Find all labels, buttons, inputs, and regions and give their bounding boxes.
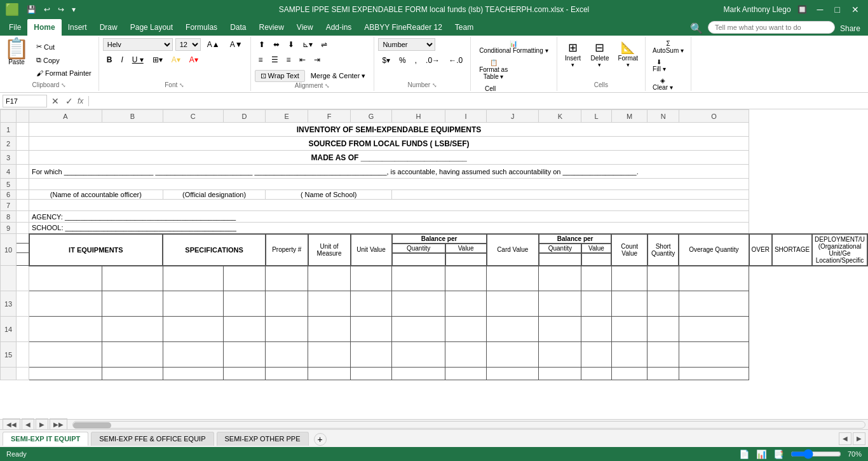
fill-color-button[interactable]: A▾ xyxy=(168,53,184,66)
align-left-button[interactable]: ≡ xyxy=(255,53,267,66)
undo-button[interactable]: ↩ xyxy=(41,4,53,15)
cell-balance-val[interactable]: Value xyxy=(445,244,487,253)
font-size-select[interactable]: 12 10 11 14 xyxy=(175,38,201,51)
increase-decimal-button[interactable]: .0→ xyxy=(422,54,444,67)
cell-property-num[interactable]: Property # xyxy=(266,234,308,266)
cell-15b-f[interactable] xyxy=(308,368,351,380)
cell-d1-f[interactable] xyxy=(308,266,351,291)
col-header-empty[interactable] xyxy=(17,110,29,123)
cell-15b-d[interactable] xyxy=(223,368,266,380)
cell-12-empty2[interactable] xyxy=(392,253,445,266)
cell-15b-n[interactable] xyxy=(648,368,679,380)
wrap-text-button[interactable]: ⇌ xyxy=(317,38,331,51)
cell-15-c[interactable] xyxy=(163,342,223,368)
percent-button[interactable]: % xyxy=(395,54,410,67)
align-bottom-button[interactable]: ⬇ xyxy=(284,38,298,51)
cell-15b-b[interactable] xyxy=(102,368,163,380)
cell-15-j[interactable] xyxy=(487,342,539,368)
cell-1-title[interactable]: INVENTORY OF SEMI-EXPENDABLE EQUIPMENTS xyxy=(29,123,749,137)
font-expand-icon[interactable]: ⤡ xyxy=(179,82,184,88)
fill-button[interactable]: ⬇ Fill ▾ xyxy=(649,57,669,74)
col-header-M[interactable]: M xyxy=(611,110,648,123)
wrap-text-toggle[interactable]: ⊡ Wrap Text xyxy=(255,70,305,82)
cell-11-empty[interactable] xyxy=(17,244,29,253)
cell-14-c[interactable] xyxy=(163,317,223,342)
cell-1-empty[interactable] xyxy=(17,123,29,137)
cell-15b-a[interactable] xyxy=(29,368,102,380)
cell-9-school[interactable]: SCHOOL: ________________________________… xyxy=(29,223,749,234)
row-num-15[interactable]: 15 xyxy=(1,342,17,368)
sheet-nav-right-button[interactable]: ▶ xyxy=(36,418,48,430)
col-header-C[interactable]: C xyxy=(163,110,223,123)
cell-2-title[interactable]: SOURCED FROM LOCAL FUNDS ( LSB/SEF) xyxy=(29,137,749,151)
bold-button[interactable]: B xyxy=(103,53,116,66)
cell-12-empty4[interactable] xyxy=(539,253,581,266)
cell-13-n[interactable] xyxy=(648,291,679,317)
tab-review[interactable]: Review xyxy=(252,19,290,36)
cell-d1-g[interactable] xyxy=(351,266,392,291)
col-header-G[interactable]: G xyxy=(351,110,392,123)
cell-d1-b[interactable] xyxy=(102,266,163,291)
cell-15-d[interactable] xyxy=(223,342,266,368)
cell-overage[interactable]: Overage Quantity xyxy=(679,234,749,266)
cell-15b-l[interactable] xyxy=(581,368,612,380)
row-num-13[interactable]: 13 xyxy=(1,291,17,317)
decrease-font-size-button[interactable]: A▼ xyxy=(226,38,247,51)
normal-view-button[interactable]: 📄 xyxy=(739,450,750,459)
autosum-button[interactable]: Σ AutoSum ▾ xyxy=(649,38,687,56)
col-header-A[interactable]: A xyxy=(29,110,102,123)
cell-14-a[interactable] xyxy=(29,317,102,342)
cell-13-h[interactable] xyxy=(392,291,445,317)
cell-14-i[interactable] xyxy=(445,317,487,342)
alignment-expand-icon[interactable]: ⤡ xyxy=(325,83,330,89)
cell-d1-n[interactable] xyxy=(648,266,679,291)
cell-15b-e[interactable] xyxy=(266,368,308,380)
font-color-button[interactable]: A▾ xyxy=(186,53,202,66)
row-num-14[interactable]: 14 xyxy=(1,317,17,342)
cell-15-l[interactable] xyxy=(581,342,612,368)
cell-2-empty[interactable] xyxy=(17,137,29,151)
cell-unit-measure[interactable]: Unit of Measure xyxy=(308,234,351,266)
cell-5-empty2[interactable] xyxy=(29,179,749,190)
cell-d1-o[interactable] xyxy=(679,266,749,291)
close-button[interactable]: ✕ xyxy=(848,3,863,16)
sheet-tab-ffe[interactable]: SEMI-EXP FFE & OFFICE EQUIP xyxy=(91,432,214,446)
cell-6-school[interactable]: ( Name of School) xyxy=(266,190,392,200)
cell-15b-c[interactable] xyxy=(163,368,223,380)
cell-balance2-qty[interactable]: Quantity xyxy=(539,244,581,253)
accounting-button[interactable]: $▾ xyxy=(378,54,394,67)
cell-15-g[interactable] xyxy=(351,342,392,368)
col-header-I[interactable]: I xyxy=(445,110,487,123)
cell-13-m[interactable] xyxy=(611,291,648,317)
row-num-15b[interactable] xyxy=(1,368,17,380)
cell-unit-value[interactable]: Unit Value xyxy=(351,234,392,266)
cell-d1-h[interactable] xyxy=(392,266,445,291)
row-num-6[interactable]: 6 xyxy=(1,190,17,200)
cell-d1-empty[interactable] xyxy=(17,266,29,291)
delete-button[interactable]: ⊟ Delete ▾ xyxy=(588,38,613,71)
cell-14-empty[interactable] xyxy=(17,317,29,342)
cell-15-o[interactable] xyxy=(679,342,749,368)
cell-14-b[interactable] xyxy=(102,317,163,342)
tab-draw[interactable]: Draw xyxy=(93,19,124,36)
cell-over[interactable]: OVER xyxy=(749,234,772,266)
col-header-L[interactable]: L xyxy=(581,110,612,123)
align-middle-button[interactable]: ⬌ xyxy=(269,38,283,51)
col-header-K[interactable]: K xyxy=(539,110,581,123)
col-header-O[interactable]: O xyxy=(679,110,749,123)
cell-balance-per2[interactable]: Balance per xyxy=(539,234,611,244)
italic-button[interactable]: I xyxy=(117,53,126,66)
cell-d1-k[interactable] xyxy=(539,266,581,291)
comma-button[interactable]: , xyxy=(411,54,421,67)
cell-13-a[interactable] xyxy=(29,291,102,317)
cell-13-f[interactable] xyxy=(308,291,351,317)
paste-button[interactable]: 📋 xyxy=(4,38,29,58)
format-as-table-button[interactable]: 📋 Format as Table ▾ xyxy=(475,57,512,82)
cell-15-m[interactable] xyxy=(611,342,648,368)
cell-15-n[interactable] xyxy=(648,342,679,368)
share-button[interactable]: Share xyxy=(840,24,860,33)
scroll-right-button[interactable]: ▶ xyxy=(853,432,865,445)
number-format-select[interactable]: Number General Currency Percentage xyxy=(378,38,435,51)
align-center-button[interactable]: ☰ xyxy=(268,53,282,66)
search-icon[interactable]: 🔍 xyxy=(690,22,703,34)
